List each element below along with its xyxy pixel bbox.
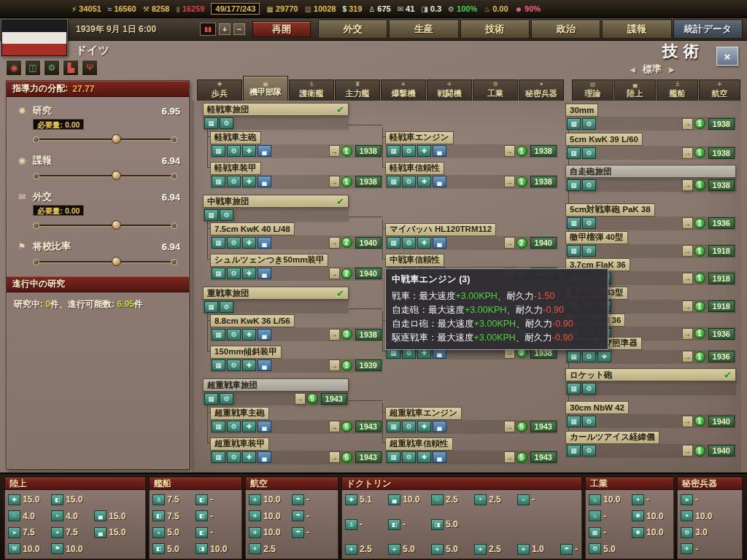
tech-group-中戦車旅団[interactable]: 中戦車旅団✔▦⚙ — [203, 195, 349, 222]
pause-button[interactable]: ▮▮ — [200, 23, 216, 36]
upgrade-arrow-icon: → — [504, 451, 515, 463]
tech-item[interactable]: 軽戦車エンジン▦⚙✚▄→11938 — [385, 130, 558, 158]
tech-item[interactable]: 軽戦車装甲▦⚙✚▄→11938 — [210, 160, 383, 189]
tab-air-doctrine[interactable]: ✈航空 — [699, 79, 740, 101]
slider-handle[interactable] — [112, 171, 121, 180]
tab-label: 航空 — [712, 88, 728, 99]
menu-statistics-button[interactable]: 統計データ — [673, 20, 743, 39]
completed-check-icon: ✔ — [724, 370, 732, 381]
radio-button[interactable]: Ψ — [82, 60, 98, 76]
tech-item[interactable]: 30cm NbW 42▦⚙→11940 — [565, 400, 736, 428]
tooltip-segment: 、耐久力 — [498, 291, 534, 301]
tech-component-icon: ✚ — [242, 145, 256, 157]
tech-level-badge: 1 — [694, 416, 705, 427]
menu-technology-button[interactable]: 技術 — [460, 20, 530, 39]
tab-infantry[interactable]: ✚歩兵 — [197, 79, 242, 101]
resource-value: 8258 — [152, 4, 169, 13]
tab-capital-ships[interactable]: ♜主力艦 — [335, 79, 380, 101]
industry-icon: ⚙ — [492, 82, 498, 88]
summary-value: - — [646, 494, 649, 505]
alerts-button[interactable]: ◉ — [6, 60, 22, 76]
tech-item[interactable]: 超重戦車主砲▦⚙✚▄→51943 — [210, 405, 383, 434]
slider-handle[interactable] — [112, 134, 121, 144]
resume-button[interactable]: 再開 — [252, 21, 311, 37]
tab-armor[interactable]: ▄機甲部隊 — [243, 76, 288, 101]
country-flag[interactable] — [1, 20, 67, 56]
tab-secret-weapons[interactable]: ✦秘密兵器 — [519, 79, 564, 101]
tech-group-重戦車旅団[interactable]: 重戦車旅団✔▦⚙ — [203, 287, 349, 314]
next-arrow-icon[interactable]: ▶ — [669, 66, 675, 74]
options-button[interactable]: ⚙ — [44, 60, 60, 76]
tech-item[interactable]: 徹甲榴弾 40型▦⚙→11918 — [565, 230, 736, 258]
tech-item[interactable]: 軽戦車信頼性▦⚙✚▄→11938 — [385, 160, 558, 189]
espionage-slider[interactable] — [33, 170, 177, 182]
summary-value: 10.0 — [263, 494, 280, 505]
tech-item-name: 30mm — [565, 104, 598, 117]
menu-politics-button[interactable]: 政治 — [531, 20, 600, 39]
resource-value: 319 — [349, 4, 362, 13]
resource-value: 10028 — [314, 4, 336, 13]
tech-level-badge: 2 — [516, 238, 527, 249]
summary-cell: ▦- — [589, 527, 627, 538]
tech-item-name: 軽戦車エンジン — [385, 131, 454, 144]
menu-intelligence-button[interactable]: 諜報 — [602, 20, 671, 39]
tab-fighters[interactable]: ✈戦闘機 — [427, 79, 472, 101]
speed-down-button[interactable]: − — [233, 23, 245, 35]
tab-theory[interactable]: ▤理論 — [572, 79, 614, 101]
tech-item[interactable]: 150mm傾斜装甲▦⚙✚▄→31939 — [210, 344, 383, 373]
unit-type-icon: ◧ — [388, 519, 400, 530]
close-button[interactable]: × — [716, 47, 738, 66]
charts-button[interactable]: ◫ — [25, 60, 41, 76]
tech-item[interactable]: 8.8cm KwK 36 L/56▦⚙✚▄→31938 — [210, 314, 383, 341]
summary-value: - — [695, 544, 698, 554]
tab-land-doctrine[interactable]: ▄陸上 — [614, 79, 656, 101]
menu-diplomacy-button[interactable]: 外交 — [318, 20, 387, 39]
tech-group-軽戦車旅団[interactable]: 軽戦車旅団✔▦⚙ — [203, 103, 349, 130]
tech-item[interactable]: 5cm対戦車砲 PaK 38▦⚙→11936 — [565, 202, 736, 230]
tab-label: 主力艦 — [346, 88, 370, 99]
summary-cell: ✈10.0 — [249, 510, 287, 521]
rare-materials-icon: ⚒ — [143, 5, 150, 13]
prev-arrow-icon[interactable]: ◀ — [630, 66, 635, 74]
tab-industry[interactable]: ⚙工業 — [473, 79, 518, 101]
tab-label: 護衛艦 — [300, 88, 324, 99]
graphs-button[interactable]: ▙ — [63, 60, 79, 76]
tech-group-ロケット砲[interactable]: ロケット砲✔▦⚙ — [565, 368, 736, 395]
tech-item[interactable]: 30mm▦⚙→11938 — [565, 103, 736, 131]
tech-component-icon: ▦ — [212, 359, 225, 371]
tech-item[interactable]: 超重戦車信頼性▦⚙✚▄→51943 — [385, 436, 558, 464]
resource-value: 49/177/243 — [215, 4, 255, 13]
slider-handle[interactable] — [112, 257, 121, 266]
summary-cell: ✈2.5 — [474, 544, 512, 555]
tech-group-自走砲旅団[interactable]: 自走砲旅団▦⚙→11938 — [565, 165, 736, 192]
slider-handle[interactable] — [112, 220, 121, 230]
tech-group-超重戦車旅団[interactable]: 超重戦車旅団▦⚙→51943 — [203, 378, 349, 405]
slider-end — [171, 222, 177, 229]
resource-convoys: 49/177/243 — [211, 3, 260, 15]
summary-cell: ♨10.0 — [589, 494, 627, 505]
diplomacy-slider[interactable] — [33, 219, 177, 231]
tech-item[interactable]: シュルツェンつき50mm装甲▦⚙✚▄→21940 — [210, 252, 383, 281]
tech-level-badge: 1 — [694, 351, 705, 362]
tech-item[interactable]: 5cm KwK 39 L/60▦⚙→11938 — [565, 132, 736, 160]
officers-slider[interactable] — [33, 256, 177, 268]
oil-icon: ▮ — [176, 5, 180, 13]
tech-item[interactable]: マイバッハ HL120TRM112▦⚙✚▄→21940 — [385, 222, 558, 250]
tech-component-icon: ⚙ — [227, 451, 241, 463]
tab-bombers[interactable]: ✈爆撃機 — [381, 79, 426, 101]
slider-end — [33, 173, 39, 179]
tech-item[interactable]: 7.5cm KwK 40 L/48▦⚙✚▄→21940 — [210, 222, 383, 249]
tab-naval-doctrine[interactable]: ⚓艦船 — [657, 79, 698, 101]
tech-item[interactable]: 超重戦車装甲▦⚙✚▄→51943 — [210, 436, 383, 464]
speed-up-button[interactable]: + — [219, 23, 231, 35]
tech-item[interactable]: 超重戦車エンジン▦⚙✚▄→51943 — [385, 405, 558, 434]
tech-item[interactable]: カールツアイス経緯儀▦⚙→11940 — [565, 429, 736, 458]
menu-production-button[interactable]: 生産 — [389, 20, 458, 39]
research-slider[interactable] — [33, 133, 177, 145]
status-segment: 研究中: — [14, 299, 45, 309]
tech-item[interactable]: 軽戦車主砲▦⚙✚▄→11938 — [210, 130, 383, 158]
tech-slot-row: ▦⚙ — [565, 381, 736, 395]
tab-escorts[interactable]: ⚓護衛艦 — [289, 79, 334, 101]
tech-group-name: 軽戦車旅団✔ — [203, 103, 349, 116]
tooltip-segment: +3.00KPH — [465, 305, 506, 315]
